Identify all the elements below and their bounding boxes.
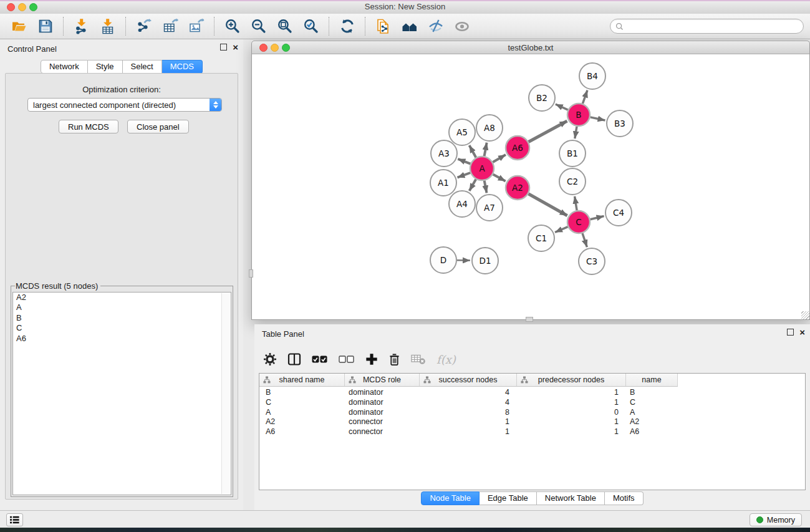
import-table-button[interactable] [95,16,121,37]
zoom-selected-button[interactable] [298,16,324,37]
node-B2[interactable]: B2 [529,85,555,111]
close-panel-button[interactable]: Close panel [127,120,189,133]
node-A5[interactable]: A5 [449,119,475,145]
edge-A-A1[interactable] [458,173,471,178]
table-row[interactable]: Bdominator41B [259,387,805,397]
tab-style[interactable]: Style [88,60,123,74]
tab-select[interactable]: Select [123,60,162,74]
import-network-button[interactable] [69,16,95,37]
export-network-button[interactable] [131,16,157,37]
zoom-in-button[interactable] [219,16,246,37]
search-input[interactable] [627,21,798,31]
node-C2[interactable]: C2 [559,168,586,195]
new-network-from-selection-button[interactable] [370,16,397,37]
node-A6[interactable]: A6 [506,136,529,160]
node-C[interactable]: C [567,211,590,233]
result-item-A6[interactable]: A6 [13,334,231,344]
task-history-button[interactable] [6,513,23,526]
result-scrollbar[interactable] [221,293,230,494]
close-panel-icon[interactable]: × [233,44,238,51]
select-all-button[interactable] [312,354,328,365]
node-B[interactable]: B [567,104,590,126]
edge-A2-C[interactable] [528,194,567,216]
edge-A6-B[interactable] [529,121,567,142]
memory-button[interactable]: Memory [750,513,802,526]
tab-mcds[interactable]: MCDS [162,60,203,74]
export-table-button[interactable] [157,16,183,37]
edge-A-A2[interactable] [493,175,506,181]
node-B4[interactable]: B4 [579,63,605,89]
node-A4[interactable]: A4 [449,191,475,217]
window-resize-grip[interactable] [801,311,809,319]
table-tab-motifs[interactable]: Motifs [605,491,644,505]
node-C3[interactable]: C3 [579,248,605,274]
edge-A-A7[interactable] [485,181,487,193]
save-session-button[interactable] [32,16,59,37]
table-row[interactable]: A2connector11A2 [259,417,805,427]
edge-A-A8[interactable] [485,143,487,157]
export-image-button[interactable] [183,16,210,37]
edge-C-C1[interactable] [555,227,568,233]
close-table-panel-icon[interactable]: × [799,329,805,336]
edge-C-C3[interactable] [582,233,587,247]
edge-B-B1[interactable] [575,127,577,139]
table-row[interactable]: Cdominator41C [259,397,805,407]
add-column-button[interactable] [365,353,378,365]
table-row[interactable]: Adominator80A [259,407,805,417]
node-D1[interactable]: D1 [472,248,498,274]
table-tab-node-table[interactable]: Node Table [421,491,480,505]
node-A2[interactable]: A2 [506,176,529,200]
delete-column-button[interactable] [388,353,400,366]
node-B3[interactable]: B3 [607,110,633,137]
edge-A-A3[interactable] [458,159,470,164]
node-A8[interactable]: A8 [476,115,503,141]
show-all-button[interactable] [449,16,475,37]
edge-C-C4[interactable] [591,216,604,220]
node-A1[interactable]: A1 [430,170,456,196]
table-settings-icon [263,352,277,366]
left-splitter-handle[interactable] [249,269,253,278]
result-item-A2[interactable]: A2 [13,293,231,302]
edge-B-B2[interactable] [556,104,568,110]
edge-A-A6[interactable] [493,155,506,162]
open-session-button[interactable] [6,16,32,37]
refresh-button[interactable] [334,16,360,37]
edge-B-B3[interactable] [591,117,605,120]
column-header-MCDS-role[interactable]: MCDS role [345,374,420,386]
edge-C-C2[interactable] [575,196,577,211]
column-header-name[interactable]: name [626,374,678,386]
optimization-criterion-select[interactable]: largest connected component (directed) [27,98,222,112]
table-row[interactable]: A6connector11A6 [259,427,805,437]
table-tab-edge-table[interactable]: Edge Table [480,491,537,505]
column-header-shared-name[interactable]: shared name [259,374,345,386]
node-C4[interactable]: C4 [605,200,632,226]
network-canvas[interactable]: A1A3A4A5A7A8B1B2B3B4C1C2C3C4DD1AA6A2BC [251,54,810,320]
result-item-B[interactable]: B [13,313,231,323]
run-mcds-button[interactable]: Run MCDS [59,120,118,133]
node-B1[interactable]: B1 [559,140,586,167]
float-panel-icon[interactable] [220,44,227,51]
node-A7[interactable]: A7 [476,195,503,221]
tab-network[interactable]: Network [41,60,88,74]
edge-B-B4[interactable] [582,90,587,104]
edge-A-A4[interactable] [470,179,476,191]
edge-A-A5[interactable] [470,145,476,158]
zoom-fit-button[interactable] [272,16,298,37]
table-tab-network-table[interactable]: Network Table [537,491,605,505]
deselect-all-button[interactable] [339,354,355,365]
result-item-A[interactable]: A [13,302,231,312]
node-A[interactable]: A [470,157,494,180]
node-C1[interactable]: C1 [528,225,554,251]
node-D[interactable]: D [430,247,456,273]
column-header-successor-nodes[interactable]: successor nodes [420,374,517,386]
node-A3[interactable]: A3 [431,140,457,167]
column-layout-button[interactable] [287,352,301,366]
table-settings-button[interactable] [263,352,277,366]
result-item-C[interactable]: C [13,323,231,333]
float-table-panel-icon[interactable] [787,329,794,336]
hide-selected-button[interactable] [423,16,449,37]
first-neighbors-button[interactable] [397,16,423,37]
column-header-predecessor-nodes[interactable]: predecessor nodes [517,374,626,386]
bottom-splitter-handle[interactable] [526,317,533,322]
zoom-out-button[interactable] [246,16,272,37]
